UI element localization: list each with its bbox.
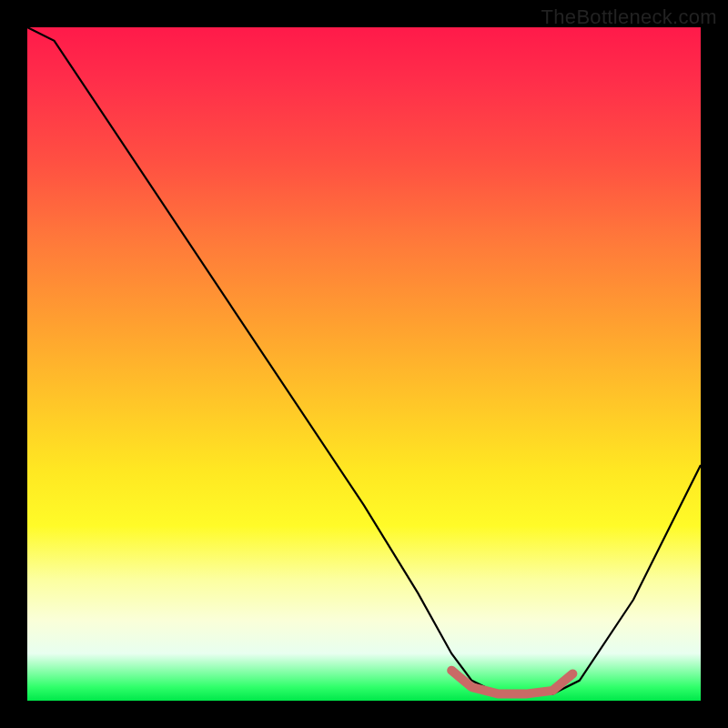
chart-overlay: [27, 27, 701, 701]
plot-area: [27, 27, 701, 701]
highlight-segment: [451, 671, 572, 694]
bottleneck-curve: [27, 27, 701, 694]
watermark-text: TheBottleneck.com: [541, 5, 717, 29]
